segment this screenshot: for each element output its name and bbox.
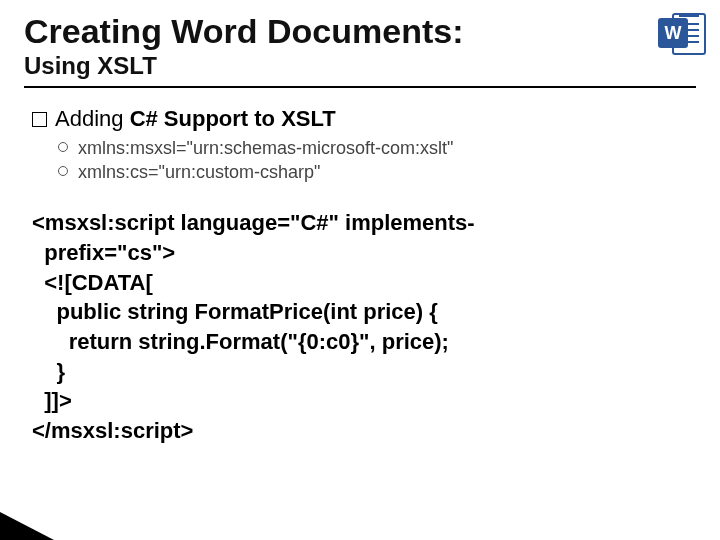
word-square: W [658,18,688,48]
word-letter: W [665,23,682,44]
bullet-level1-text: Adding C# Support to XSLT [55,106,336,132]
ring-icon [58,166,68,176]
bullet-level2-list: xmlns:msxsl="urn:schemas-microsoft-com:x… [58,136,696,185]
code-line: public string FormatPrice(int price) { [32,299,438,324]
corner-triangle [0,512,54,540]
slide-title: Creating Word Documents: [24,14,696,50]
code-line: ]]> [32,388,72,413]
bullet-level2-text: xmlns:cs="urn:custom-csharp" [78,160,320,184]
bullet-lead: Adding [55,106,124,131]
code-line: </msxsl:script> [32,418,193,443]
ring-icon [58,142,68,152]
word-app-icon: W [658,10,706,58]
bullet-level1: Adding C# Support to XSLT [32,106,696,132]
title-block: Creating Word Documents: Using XSLT [24,14,696,88]
bullet-rest: C# Support to XSLT [124,106,336,131]
bullet-level2-item: xmlns:msxsl="urn:schemas-microsoft-com:x… [58,136,696,160]
code-line: prefix="cs"> [32,240,175,265]
code-line: return string.Format("{0:c0}", price); [32,329,449,354]
slide: W Creating Word Documents: Using XSLT Ad… [0,0,720,540]
code-line: <![CDATA[ [32,270,153,295]
code-line: } [32,359,65,384]
code-block: <msxsl:script language="C#" implements- … [32,208,696,446]
slide-subtitle: Using XSLT [24,52,696,80]
checkbox-icon [32,112,47,127]
bullet-level2-text: xmlns:msxsl="urn:schemas-microsoft-com:x… [78,136,453,160]
code-line: <msxsl:script language="C#" implements- [32,210,475,235]
slide-body: Adding C# Support to XSLT xmlns:msxsl="u… [24,106,696,446]
title-rule [24,86,696,88]
bullet-level2-item: xmlns:cs="urn:custom-csharp" [58,160,696,184]
